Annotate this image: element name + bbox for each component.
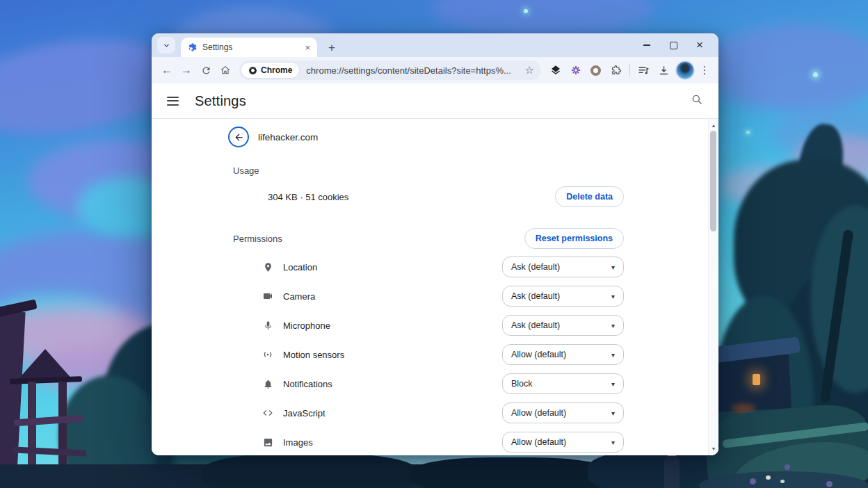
- select-value: Block: [511, 379, 533, 389]
- download-icon[interactable]: [654, 60, 674, 80]
- microphone-permission-select[interactable]: Ask (default) ▾: [502, 315, 624, 336]
- reload-button[interactable]: [196, 60, 216, 80]
- permission-label: Microphone: [283, 320, 330, 331]
- close-button[interactable]: ×: [686, 33, 713, 57]
- permission-row-images: Images Allow (default) ▾: [233, 432, 624, 453]
- select-value: Allow (default): [511, 437, 566, 447]
- scrollbar-up-icon[interactable]: ▲: [709, 120, 718, 130]
- search-icon[interactable]: [691, 93, 703, 106]
- wallpaper-sparkle: [746, 131, 750, 134]
- wallpaper-sparkle: [524, 9, 528, 13]
- settings-header: Settings: [152, 83, 718, 119]
- usage-summary: 304 KB · 51 cookies: [268, 192, 348, 202]
- javascript-permission-select[interactable]: Allow (default) ▾: [502, 402, 624, 423]
- site-name: lifehacker.com: [258, 132, 318, 143]
- flower-extension-icon[interactable]: [565, 60, 586, 80]
- permission-label: Camera: [283, 291, 315, 302]
- donut-extension-icon[interactable]: [586, 60, 606, 80]
- tab-strip: Settings × + ×: [152, 33, 718, 57]
- window-controls: ×: [634, 33, 718, 57]
- permission-row-microphone: Microphone Ask (default) ▾: [233, 315, 624, 336]
- tab-search-button[interactable]: [157, 37, 175, 54]
- select-caret-icon: ▾: [611, 409, 615, 417]
- delete-data-button[interactable]: Delete data: [555, 186, 624, 207]
- address-bar[interactable]: Chrome chrome://settings/content/siteDet…: [239, 60, 541, 80]
- scrollbar-thumb[interactable]: [710, 131, 716, 231]
- permission-row-javascript: JavaScript Allow (default) ▾: [233, 402, 624, 423]
- select-caret-icon: ▾: [611, 263, 615, 271]
- select-value: Ask (default): [511, 320, 560, 330]
- minimize-icon: [643, 44, 650, 46]
- chrome-chip[interactable]: Chrome: [241, 63, 299, 78]
- url-text[interactable]: chrome://settings/content/siteDetails?si…: [306, 65, 519, 76]
- scrollbar-down-icon[interactable]: ▼: [709, 444, 718, 453]
- extensions-puzzle-icon[interactable]: [606, 60, 626, 80]
- page-title: Settings: [195, 93, 246, 109]
- minimize-button[interactable]: [634, 33, 660, 57]
- new-tab-button[interactable]: +: [324, 42, 339, 54]
- permission-label: Notifications: [283, 379, 332, 389]
- browser-toolbar: ← → Chrome chrome://settings/content/sit…: [152, 57, 718, 83]
- chevron-down-icon: [163, 42, 170, 49]
- back-button[interactable]: ←: [157, 60, 177, 80]
- maximize-button[interactable]: [660, 33, 686, 57]
- permission-label: Motion sensors: [283, 350, 344, 360]
- reset-permissions-button[interactable]: Reset permissions: [524, 228, 624, 249]
- settings-gear-favicon: [188, 42, 198, 52]
- notifications-icon: [262, 377, 274, 390]
- tab-title: Settings: [202, 42, 303, 52]
- hamburger-menu-icon[interactable]: [164, 94, 182, 108]
- permission-row-camera: Camera Ask (default) ▾: [233, 286, 624, 307]
- select-caret-icon: ▾: [611, 380, 615, 388]
- tab-settings[interactable]: Settings ×: [181, 38, 317, 57]
- chrome-chip-label: Chrome: [261, 65, 292, 75]
- images-icon: [262, 436, 274, 448]
- permission-label: Location: [283, 262, 317, 273]
- permission-row-motion-sensors: Motion sensors Allow (default) ▾: [233, 344, 624, 365]
- home-button[interactable]: [216, 60, 235, 80]
- bookmark-star-icon[interactable]: ☆: [525, 64, 534, 76]
- select-caret-icon: ▾: [611, 351, 615, 359]
- site-details-content: lifehacker.com Usage 304 KB · 51 cookies…: [152, 119, 718, 455]
- usage-row: 304 KB · 51 cookies Delete data: [233, 186, 624, 207]
- permission-label: Images: [283, 437, 313, 448]
- permission-label: JavaScript: [283, 408, 326, 418]
- wallpaper-sparkle: [813, 72, 818, 77]
- select-caret-icon: ▾: [611, 439, 615, 446]
- forward-button[interactable]: →: [177, 60, 196, 80]
- motion-sensors-permission-select[interactable]: Allow (default) ▾: [502, 344, 624, 365]
- javascript-icon: [262, 407, 274, 419]
- location-icon: [262, 261, 274, 273]
- layers-extension-icon[interactable]: [545, 60, 565, 80]
- menu-kebab-icon[interactable]: ⋮: [696, 64, 713, 76]
- profile-avatar[interactable]: [677, 62, 693, 79]
- browser-window: Settings × + × ← →: [152, 33, 718, 455]
- desktop: Settings × + × ← →: [0, 0, 868, 488]
- tab-close-icon[interactable]: ×: [303, 43, 312, 52]
- select-caret-icon: ▾: [611, 322, 615, 330]
- select-value: Ask (default): [511, 262, 560, 272]
- select-value: Allow (default): [511, 350, 566, 359]
- select-value: Allow (default): [511, 408, 566, 418]
- usage-section-label: Usage: [233, 165, 259, 176]
- microphone-icon: [262, 319, 274, 332]
- scrollbar[interactable]: ▲ ▼: [708, 119, 718, 455]
- select-caret-icon: ▾: [611, 293, 615, 300]
- permission-row-notifications: Notifications Block ▾: [233, 373, 624, 394]
- back-circle-button[interactable]: [228, 127, 249, 147]
- select-value: Ask (default): [511, 291, 560, 301]
- camera-permission-select[interactable]: Ask (default) ▾: [502, 286, 624, 307]
- media-controls-icon[interactable]: [634, 60, 654, 80]
- chrome-logo-icon: [248, 66, 257, 75]
- camera-icon: [262, 290, 274, 302]
- permissions-header-row: Permissions Reset permissions: [233, 228, 624, 249]
- toolbar-divider: [629, 64, 630, 76]
- motion-sensors-icon: [262, 348, 274, 361]
- notifications-permission-select[interactable]: Block ▾: [502, 373, 624, 394]
- permissions-section-label: Permissions: [233, 234, 282, 244]
- permission-row-location: Location Ask (default) ▾: [233, 257, 624, 277]
- maximize-icon: [670, 42, 677, 49]
- images-permission-select[interactable]: Allow (default) ▾: [502, 432, 624, 453]
- location-permission-select[interactable]: Ask (default) ▾: [502, 257, 624, 277]
